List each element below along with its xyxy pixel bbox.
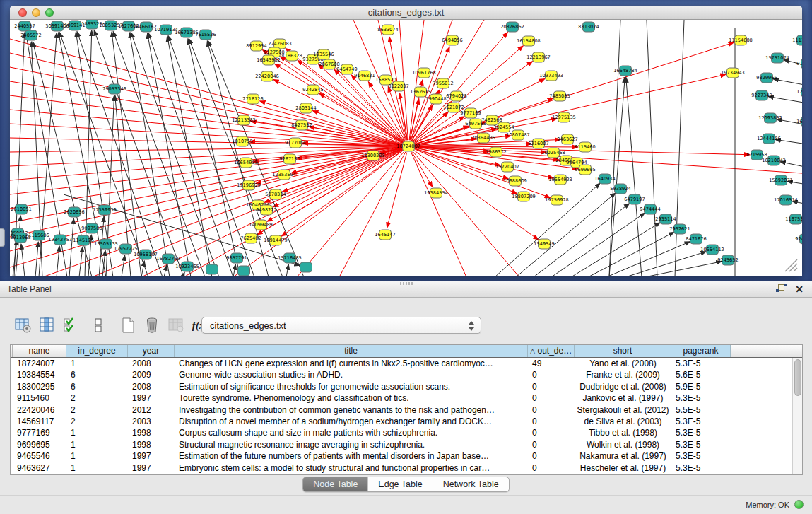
cell-short[interactable]: Wolkin et al. (1998) — [575, 439, 671, 450]
graph-node[interactable]: 12444156 — [757, 134, 781, 144]
graph-node[interactable]: 9227343 — [751, 90, 772, 100]
cell-title[interactable]: Investigating the contribution of common… — [175, 404, 528, 416]
table-selector-dropdown[interactable]: citations_edges.txt — [201, 317, 481, 334]
cell-year[interactable]: 2009 — [128, 369, 175, 380]
cell-title[interactable]: Disruption of a novel member of a sodium… — [175, 416, 528, 427]
graph-node[interactable]: 2803144 — [295, 103, 316, 113]
table-row[interactable]: 946362711997Embryonic stem cells: a mode… — [11, 462, 802, 474]
graph-node[interactable]: 14099489 — [249, 220, 273, 230]
graph-node[interactable] — [206, 264, 218, 274]
graph-node[interactable]: 10807487 — [506, 130, 530, 140]
cell-indegree[interactable]: 2 — [66, 416, 128, 427]
column-header-short[interactable]: short — [575, 345, 671, 357]
graph-node[interactable]: 12975135 — [552, 112, 576, 122]
graph-node[interactable]: 20876862 — [500, 22, 524, 32]
cell-outde[interactable]: 0 — [528, 450, 575, 462]
cell-year[interactable]: 1998 — [128, 439, 175, 450]
cell-outde[interactable]: 0 — [528, 416, 575, 427]
cell-year[interactable]: 2008 — [128, 358, 175, 369]
graph-node[interactable]: 9097588 — [81, 223, 102, 233]
cell-year[interactable]: 1997 — [128, 450, 175, 462]
select-columns-icon[interactable] — [61, 315, 82, 336]
graph-node[interactable]: 7485083 — [549, 91, 570, 101]
graph-node[interactable]: 12342757 — [48, 235, 72, 245]
cell-outde[interactable]: 0 — [528, 462, 575, 474]
table-row[interactable]: 969969511998Structural magnetic resonanc… — [11, 439, 802, 450]
resize-grip[interactable] — [785, 259, 797, 271]
table-panel-titlebar[interactable]: Table Panel ✕ — [0, 281, 812, 298]
collapsed-panel-handle[interactable] — [0, 228, 5, 247]
graph-node[interactable]: 8427552 — [291, 120, 312, 130]
cell-title[interactable]: Genome-wide association studies in ADHD. — [175, 369, 528, 380]
cell-outde[interactable]: 0 — [528, 427, 575, 438]
row-height-icon[interactable] — [88, 315, 109, 336]
graph-node[interactable]: 11154808 — [729, 35, 753, 45]
graph-node[interactable]: 2935114 — [655, 214, 676, 224]
graph-node[interactable]: 12213383 — [232, 115, 256, 125]
graph-node[interactable]: 15716485 — [278, 253, 302, 263]
table-row[interactable]: 1938455462009Genome-wide association stu… — [11, 369, 802, 380]
table-row[interactable]: 946554611997Estimation of the future num… — [11, 450, 802, 462]
graph-node[interactable]: 6479197 — [624, 194, 645, 204]
cell-indegree[interactable]: 1 — [66, 450, 128, 462]
cell-name[interactable]: 14569117 — [13, 416, 66, 427]
graph-node[interactable]: 2440557 — [14, 21, 35, 31]
graph-node[interactable]: 15751074 — [765, 53, 789, 63]
cell-name[interactable]: 9465546 — [13, 450, 66, 462]
graph-node[interactable]: 9463627 — [557, 134, 577, 144]
graph-node[interactable]: 1362615 — [410, 87, 430, 97]
network-canvas[interactable]: 1872400789129542242608391275088186328932… — [10, 20, 802, 276]
cell-year[interactable]: 1997 — [128, 392, 175, 404]
graph-node[interactable]: 1810755 — [232, 136, 252, 146]
graph-node[interactable] — [238, 266, 250, 276]
cell-short[interactable]: Jankovic et al. (1997) — [575, 392, 671, 404]
column-header-indegree[interactable]: in_degree — [66, 345, 128, 357]
cell-indegree[interactable]: 1 — [66, 358, 128, 369]
graph-node[interactable]: 7625402 — [240, 233, 261, 243]
table-row[interactable]: 1456911722003Disruption of a novel membe… — [11, 416, 802, 427]
cell-outde[interactable]: 0 — [528, 404, 575, 416]
new-table-icon[interactable] — [117, 315, 139, 336]
graph-node[interactable]: 16914479 — [264, 235, 288, 245]
cell-year[interactable]: 2008 — [128, 381, 175, 392]
cell-title[interactable]: Changes of HCN gene expression and I(f) … — [175, 358, 528, 369]
graph-node[interactable]: 16154808 — [517, 36, 541, 46]
node-attribute-table[interactable]: namein_degreeyeartitle△out_de…shortpager… — [10, 344, 803, 475]
graph-node[interactable]: 10688609 — [503, 176, 527, 186]
graph-node[interactable]: 8313074 — [578, 22, 599, 32]
cell-title[interactable]: Corpus callosum shape and size in male p… — [175, 427, 528, 438]
graph-node[interactable]: 17016514 — [774, 195, 798, 205]
graph-node[interactable]: 16782759 — [156, 254, 180, 264]
cell-pagerank[interactable]: 5.3E-5 — [671, 358, 731, 369]
graph-node[interactable]: 19196929 — [237, 180, 261, 190]
column-header-year[interactable]: year — [128, 345, 175, 357]
cell-pagerank[interactable]: 5.9E-5 — [671, 381, 731, 392]
close-panel-icon[interactable]: ✕ — [795, 284, 804, 294]
graph-node[interactable] — [300, 262, 312, 272]
table-row[interactable]: 1872400712008Changes of HCN gene express… — [11, 358, 802, 369]
cell-name[interactable]: 9463627 — [13, 462, 66, 474]
show-column-icon[interactable] — [37, 315, 58, 336]
network-window-titlebar[interactable]: citations_edges.txt — [10, 6, 802, 20]
cell-pagerank[interactable]: 5.3E-5 — [671, 416, 731, 427]
cell-year[interactable]: 2003 — [128, 416, 175, 427]
cell-indegree[interactable]: 1 — [66, 439, 128, 450]
scrollbar-thumb[interactable] — [794, 359, 801, 396]
graph-node[interactable]: 12353594 — [272, 170, 296, 180]
column-header-name[interactable]: name — [13, 345, 66, 357]
cell-pagerank[interactable]: 5.3E-5 — [671, 462, 731, 474]
graph-node[interactable]: 1227897 — [796, 87, 802, 97]
import-table-icon[interactable] — [165, 315, 187, 336]
table-vertical-scrollbar[interactable] — [792, 358, 802, 474]
graph-node[interactable]: 8633074 — [377, 25, 398, 35]
cell-title[interactable]: Estimation of the future numbers of pati… — [175, 450, 528, 462]
graph-node[interactable]: 1645147 — [375, 230, 395, 240]
graph-node[interactable]: 1635984 — [796, 117, 802, 127]
cell-short[interactable]: Hescheler et al. (1997) — [575, 462, 671, 474]
graph-node[interactable]: 1640934 — [594, 174, 615, 184]
panel-splitter-grip[interactable] — [400, 282, 413, 285]
graph-node[interactable]: 9329966 — [756, 73, 777, 83]
cell-indegree[interactable]: 2 — [66, 404, 128, 416]
graph-node[interactable]: 9857791 — [226, 253, 247, 263]
graph-node[interactable]: 18300295 — [361, 151, 385, 160]
